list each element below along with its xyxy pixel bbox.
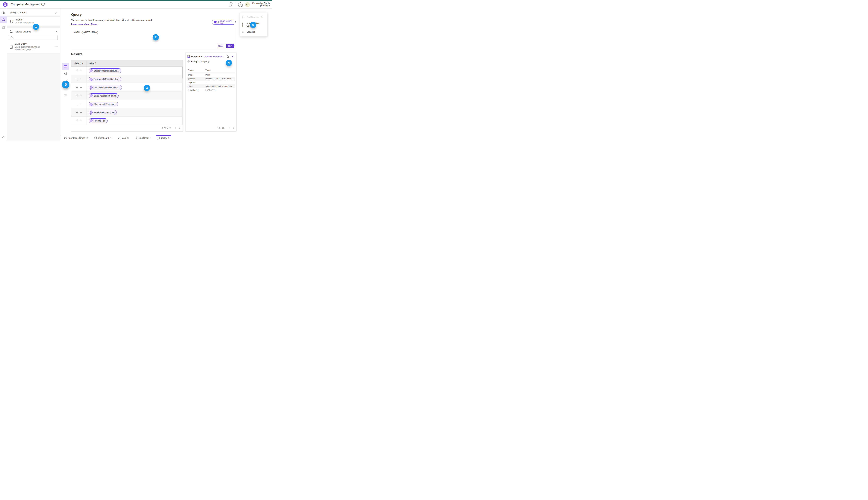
query-item-title: Query: [16, 19, 34, 21]
properties-prev-page-button[interactable]: [228, 127, 230, 129]
remove-from-selection-button[interactable]: [80, 95, 82, 97]
tab-query[interactable]: { } Query: [156, 135, 172, 141]
chevron-up-icon[interactable]: [55, 31, 57, 32]
add-to-selection-button[interactable]: [76, 103, 78, 105]
entity-pill[interactable]: Sales Associate Summit: [89, 93, 118, 98]
double-chevron-right-icon: [1, 136, 5, 138]
remove-from-selection-button[interactable]: [80, 70, 82, 72]
remove-from-selection-button[interactable]: [80, 86, 82, 89]
property-row[interactable]: name Staplers Mechanical Engineering: [187, 84, 235, 88]
link-chart-icon: [135, 137, 137, 139]
property-row[interactable]: established 2020-02-11: [187, 88, 235, 92]
properties-icon: [187, 55, 190, 58]
help-button[interactable]: ?: [238, 2, 243, 7]
add-to-new-window-button[interactable]: [226, 55, 230, 58]
remove-from-selection-button[interactable]: [80, 78, 82, 80]
close-tab-icon[interactable]: [150, 137, 151, 139]
toggle-label: Show Query Box: [220, 20, 234, 25]
close-tab-icon[interactable]: [87, 137, 88, 139]
stored-queries-header[interactable]: Stored Queries: [7, 28, 60, 35]
run-button[interactable]: Run: [226, 44, 234, 48]
edit-title-icon[interactable]: [42, 3, 45, 6]
view-tab-bar: Knowledge Graph Dashboard Map: [60, 135, 272, 141]
remove-from-selection-button[interactable]: [80, 103, 82, 105]
tab-dashboard[interactable]: Dashboard: [92, 135, 113, 141]
table-scrollbar[interactable]: [182, 67, 183, 125]
add-to-selection-button[interactable]: [76, 86, 78, 89]
app-logo-icon[interactable]: [3, 2, 8, 7]
column-header-value0: Value 0: [86, 60, 183, 67]
panel-header: Query Contents: [7, 9, 60, 17]
close-tab-icon[interactable]: [127, 137, 129, 139]
close-panel-icon[interactable]: [55, 11, 57, 14]
stored-query-list-item[interactable]: Basic Query Basic query that returns all…: [7, 41, 60, 53]
add-to-selection-button[interactable]: [76, 120, 78, 122]
show-query-box-toggle[interactable]: Show Query Box: [212, 20, 236, 25]
tab-map[interactable]: Map: [116, 135, 130, 141]
results-table-body: Staplers Mechanical Engi... New Metal Of…: [71, 67, 183, 125]
table-row: Sales Associate Summit: [71, 92, 183, 100]
braces-icon: { }: [242, 22, 245, 27]
contents-rail-button[interactable]: [0, 16, 7, 23]
app-root: Company Management ? KS Knowledge Studio…: [0, 0, 272, 141]
close-properties-button[interactable]: [231, 55, 234, 57]
remove-from-selection-button[interactable]: [80, 120, 82, 122]
properties-next-page-button[interactable]: [232, 127, 235, 129]
entity-pill[interactable]: Innovations in Mechanical...: [89, 85, 122, 90]
panel-title: Query Contents: [10, 11, 55, 14]
add-to-selection-button[interactable]: [76, 70, 78, 72]
callout-badge-1: 1: [33, 24, 39, 30]
search-button[interactable]: [229, 2, 233, 7]
property-row[interactable]: objectid 1: [187, 81, 235, 84]
property-row[interactable]: shape Point: [187, 73, 235, 77]
selection-tool-button[interactable]: [62, 92, 69, 99]
remove-from-selection-button[interactable]: [80, 111, 82, 114]
table-view-button[interactable]: [62, 63, 69, 70]
entity-pill[interactable]: Firebird Title: [89, 118, 107, 123]
close-tab-icon[interactable]: [168, 137, 170, 139]
map-icon: [118, 137, 120, 139]
entity-pill[interactable]: New Metal Office Suppliers: [89, 77, 121, 81]
left-icon-rail: [0, 9, 7, 141]
properties-page-range: 1-5 of 5: [217, 127, 225, 129]
add-to-selection-button[interactable]: [76, 78, 78, 80]
stored-queries-search-wrap: [7, 35, 60, 41]
menu-item-add-selection-to[interactable]: Add Selection To: [240, 14, 267, 20]
results-next-page-button[interactable]: [178, 127, 181, 130]
query-description: You can query a knowledge graph to ident…: [71, 19, 152, 21]
entity-dot-icon: [90, 94, 92, 97]
tab-link-chart[interactable]: Link Chart: [133, 135, 153, 141]
user-menu[interactable]: Knowledge Studio publisher2: [252, 2, 271, 7]
stored-query-options-icon[interactable]: •••: [55, 46, 58, 48]
dashboard-icon: [94, 137, 97, 139]
avatar[interactable]: KS: [245, 2, 250, 7]
add-to-selection-button[interactable]: [76, 111, 78, 114]
query-section-title: Query: [71, 12, 82, 17]
expand-rail-button[interactable]: [1, 136, 5, 139]
main-content: Query You can query a knowledge graph to…: [60, 9, 272, 135]
property-row[interactable]: globalid {5D9B4713-F98D-4A53-A59F-C1...: [187, 77, 235, 81]
results-prev-page-button[interactable]: [174, 127, 176, 130]
link-chart-view-button[interactable]: [62, 70, 69, 77]
learn-more-link[interactable]: Learn more about Query: [71, 23, 98, 25]
add-to-selection-button[interactable]: [76, 95, 78, 97]
search-icon: [230, 3, 232, 6]
table-row: Managment Techniques: [71, 100, 183, 108]
stored-queries-search-input[interactable]: [9, 35, 57, 40]
entity-pill[interactable]: Managment Techniques: [89, 102, 118, 106]
resize-handle-icon[interactable]: [234, 45, 235, 46]
tab-knowledge-graph[interactable]: Knowledge Graph: [62, 135, 90, 141]
braces-icon: { }: [10, 20, 13, 23]
menu-item-collapse[interactable]: Collapse: [240, 29, 267, 35]
clear-button[interactable]: Clear: [217, 44, 225, 48]
entity-pill[interactable]: Attendance Certificate: [89, 110, 117, 115]
data-model-rail-button[interactable]: [0, 9, 7, 16]
chevron-left-icon: [228, 127, 230, 129]
add-window-icon: [242, 16, 245, 19]
table-scrollbar-thumb[interactable]: [182, 67, 183, 79]
properties-entity-link[interactable]: Staplers Mechanic...: [204, 55, 225, 58]
entity-pill[interactable]: Staplers Mechanical Engi...: [89, 68, 121, 73]
save-rail-button[interactable]: [0, 23, 7, 31]
stored-query-description: Basic query that returns all entities in…: [15, 46, 46, 51]
close-tab-icon[interactable]: [110, 137, 112, 139]
